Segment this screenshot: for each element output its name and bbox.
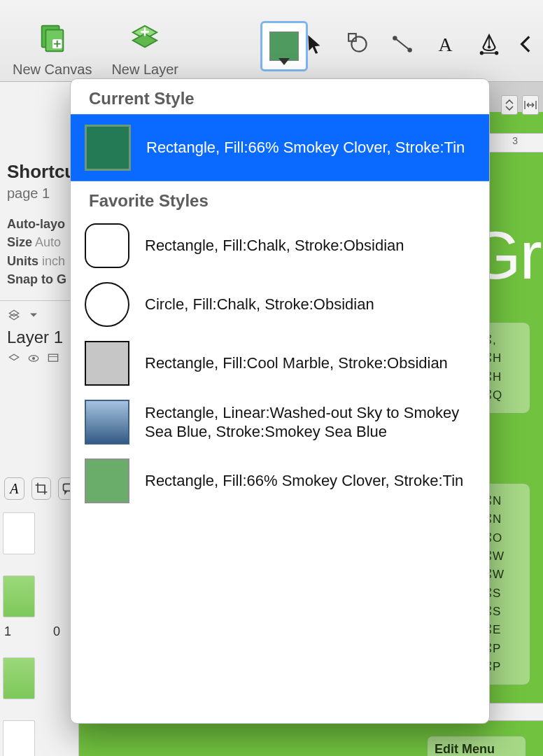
- overflow-tools[interactable]: [514, 25, 539, 63]
- ruler-tick: 3: [512, 135, 518, 146]
- favorite-style-row[interactable]: Circle, Fill:Chalk, Stroke:Obsidian: [71, 275, 489, 334]
- sidebar-meta-autolayout: Auto-layo: [7, 216, 78, 232]
- favorite-style-label: Rectangle, Linear:Washed-out Sky to Smok…: [145, 403, 477, 442]
- stepper-control[interactable]: [501, 95, 518, 115]
- svg-point-20: [32, 357, 35, 360]
- svg-marker-16: [9, 311, 18, 316]
- new-layer-icon: [128, 21, 162, 55]
- favorite-style-row[interactable]: Rectangle, Fill:Cool Marble, Stroke:Obsi…: [71, 334, 489, 393]
- page-thumb[interactable]: [3, 657, 35, 699]
- style-swatch: [85, 341, 129, 386]
- chevron-down-icon: [27, 308, 41, 322]
- sidebar-meta-size: Size Auto: [7, 234, 78, 251]
- fit-width-control[interactable]: [522, 95, 539, 115]
- sidebar-page-label: page 1: [7, 186, 78, 202]
- svg-rect-21: [48, 354, 57, 361]
- style-swatch: [85, 223, 129, 268]
- text-style-tool[interactable]: A: [4, 477, 24, 500]
- page-thumb[interactable]: [3, 720, 35, 756]
- popover-favorite-styles-heading: Favorite Styles: [71, 181, 489, 216]
- sidebar-meta-snap: Snap to G: [7, 271, 78, 288]
- layer-row-icons: [7, 351, 78, 365]
- layers-switcher[interactable]: [7, 308, 78, 322]
- current-style-label: Rectangle, Fill:66% Smokey Clover, Strok…: [146, 138, 465, 158]
- chevron-down-icon: [278, 58, 290, 65]
- page-thumb[interactable]: [3, 512, 35, 554]
- current-style-tool[interactable]: [260, 21, 308, 71]
- style-swatch: [85, 458, 129, 503]
- svg-marker-17: [9, 314, 18, 320]
- text-tool[interactable]: A: [427, 25, 465, 63]
- style-swatch-current: [85, 125, 131, 171]
- favorite-style-row[interactable]: Rectangle, Fill:66% Smokey Clover, Strok…: [71, 451, 489, 510]
- page-thumb[interactable]: [3, 575, 35, 617]
- current-style-chip: [269, 31, 299, 61]
- sidebar-canvas-title[interactable]: Shortcu: [7, 161, 78, 183]
- crop-tool[interactable]: [31, 477, 52, 500]
- svg-marker-18: [9, 354, 18, 360]
- popover-current-style-heading: Current Style: [71, 79, 489, 114]
- favorite-style-label: Rectangle, Fill:Cool Marble, Stroke:Obsi…: [145, 354, 477, 373]
- thumb-index: 0: [53, 624, 60, 639]
- mini-controls: [501, 95, 539, 115]
- eye-icon[interactable]: [27, 351, 41, 365]
- style-swatch: [85, 282, 129, 327]
- new-canvas-label: New Canvas: [13, 62, 92, 78]
- edit-menu-shape[interactable]: Edit Menu: [427, 736, 526, 756]
- layers-icon: [7, 351, 21, 365]
- current-style-row[interactable]: Rectangle, Fill:66% Smokey Clover, Strok…: [71, 114, 489, 181]
- favorite-style-label: Rectangle, Fill:Chalk, Stroke:Obsidian: [145, 236, 477, 255]
- pen-tool[interactable]: [470, 25, 508, 63]
- svg-line-9: [395, 38, 409, 50]
- thumb-index: 1: [4, 624, 11, 639]
- layer-row[interactable]: Layer 1: [7, 328, 78, 347]
- favorite-style-list: Rectangle, Fill:Chalk, Stroke:Obsidian C…: [71, 216, 489, 510]
- new-layer-label: New Layer: [111, 62, 178, 78]
- style-picker-popover: Current Style Rectangle, Fill:66% Smokey…: [70, 78, 490, 724]
- node-tool[interactable]: [340, 25, 378, 63]
- svg-text:A: A: [438, 34, 452, 55]
- style-swatch: [85, 400, 129, 444]
- favorite-style-label: Circle, Fill:Chalk, Stroke:Obsidian: [145, 295, 477, 314]
- new-layer-button[interactable]: New Layer: [111, 21, 178, 78]
- svg-point-5: [351, 36, 366, 51]
- svg-point-12: [488, 46, 491, 48]
- sidebar-meta-units: Units inch: [7, 253, 78, 270]
- favorite-style-label: Rectangle, Fill:66% Smokey Clover, Strok…: [145, 471, 477, 491]
- new-canvas-button[interactable]: New Canvas: [13, 21, 92, 78]
- new-canvas-icon: [36, 21, 69, 55]
- outline-icon[interactable]: [46, 351, 60, 365]
- favorite-style-row[interactable]: Rectangle, Linear:Washed-out Sky to Smok…: [71, 393, 489, 451]
- line-tool[interactable]: [383, 25, 421, 63]
- favorite-style-row[interactable]: Rectangle, Fill:Chalk, Stroke:Obsidian: [71, 216, 489, 275]
- sidebar: Shortcu page 1 Auto-layo Size Auto Units…: [0, 81, 79, 756]
